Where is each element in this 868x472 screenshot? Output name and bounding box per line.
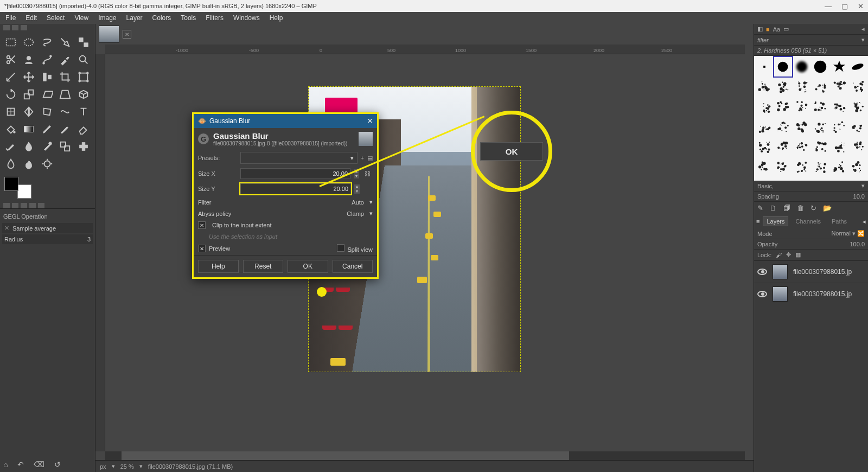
menu-tools[interactable]: Tools — [181, 14, 196, 22]
presets-dropdown[interactable]: ▾ — [240, 152, 358, 164]
lock-pos-icon[interactable]: ✥ — [786, 251, 791, 258]
tool-shear[interactable] — [41, 88, 54, 101]
visibility-icon[interactable] — [757, 269, 767, 275]
brush-filter[interactable]: filter — [757, 37, 861, 43]
brush-preset[interactable]: Basic, — [757, 183, 774, 189]
tool-perspective[interactable] — [59, 88, 72, 101]
tool-rect-select[interactable] — [4, 36, 17, 49]
status-zoom[interactable]: 25 % — [120, 463, 134, 470]
tool-foreground-select[interactable] — [22, 53, 35, 66]
rp-tab-1[interactable]: ◧ — [757, 25, 763, 33]
sizey-down[interactable]: ▼ — [354, 189, 360, 194]
tool-smudge[interactable] — [22, 157, 35, 170]
tool-warp[interactable] — [59, 105, 72, 118]
menu-help[interactable]: Help — [270, 14, 283, 22]
bg-color-swatch[interactable] — [17, 184, 31, 199]
undo-icon[interactable]: ↶ — [17, 460, 24, 469]
reset-button[interactable]: Reset — [243, 260, 284, 273]
tab-channels[interactable]: Channels — [792, 216, 824, 226]
lock-pixels-icon[interactable]: 🖌 — [776, 252, 782, 258]
tool-paintbrush[interactable] — [59, 123, 72, 136]
clip-checkbox[interactable]: ✕ — [198, 221, 206, 229]
help-button[interactable]: Help — [198, 260, 239, 273]
brush-refresh-icon[interactable]: ↻ — [810, 204, 816, 212]
tab-menu-icon[interactable]: ≡ — [756, 218, 760, 225]
tool-by-color[interactable] — [77, 36, 90, 49]
lock-alpha-icon[interactable]: ▦ — [795, 251, 801, 258]
tool-ink[interactable] — [22, 140, 35, 153]
ok-button[interactable]: OK — [288, 260, 328, 273]
tool-align[interactable] — [41, 71, 54, 84]
tool-flip[interactable] — [22, 105, 35, 118]
preset-add-icon[interactable]: + — [361, 155, 364, 161]
link-icon[interactable]: ⛓ — [362, 170, 373, 177]
tool-paths[interactable] — [41, 53, 54, 66]
status-unit[interactable]: px — [100, 463, 106, 470]
tool-eraser[interactable] — [77, 123, 90, 136]
spacing-value[interactable]: 10.0 — [853, 193, 865, 200]
rp-tab-2[interactable]: ■ — [766, 26, 770, 33]
minimize-icon[interactable]: — — [825, 2, 832, 10]
tool-lasso[interactable] — [41, 36, 54, 49]
tool-mypaint[interactable] — [41, 140, 54, 153]
menu-windows[interactable]: Windows — [233, 14, 260, 22]
brush-grid[interactable] — [754, 56, 868, 181]
tool-scale[interactable] — [22, 88, 35, 101]
tool-blur[interactable] — [4, 157, 17, 170]
tool-fuzzy-select[interactable] — [59, 36, 72, 49]
layer-row-1[interactable]: file000307988015.jp — [754, 260, 868, 283]
scrollbar-horizontal[interactable] — [105, 451, 745, 460]
tool-ellipse-select[interactable] — [22, 36, 35, 49]
layer-row-2[interactable]: file000307988015.jp — [754, 283, 868, 305]
opt-radius-value[interactable]: 3 — [87, 236, 91, 243]
brush-new-icon[interactable]: 🗋 — [770, 204, 777, 212]
panel-menu-icon[interactable]: ◂ — [861, 25, 865, 33]
brush-edit-icon[interactable]: ✎ — [757, 204, 763, 212]
brush-del-icon[interactable]: 🗑 — [797, 204, 804, 212]
menu-layer[interactable]: Layer — [126, 14, 143, 22]
opacity-value[interactable]: 100.0 — [850, 241, 865, 247]
tool-scissors[interactable] — [4, 53, 17, 66]
tab-paths[interactable]: Paths — [828, 216, 851, 226]
tool-cage[interactable] — [41, 105, 54, 118]
tool-pencil[interactable] — [41, 123, 54, 136]
tool-measure[interactable] — [4, 71, 17, 84]
menu-colors[interactable]: Colors — [152, 14, 171, 22]
tool-unified-transform[interactable] — [77, 71, 90, 84]
menu-file[interactable]: File — [5, 14, 16, 22]
abyss-value[interactable]: Clamp — [347, 211, 364, 217]
filter-value[interactable]: Auto — [352, 199, 364, 206]
tool-heal[interactable] — [77, 140, 90, 153]
tool-bucket[interactable] — [4, 123, 17, 136]
tool-3d-transform[interactable] — [77, 88, 90, 101]
document-tab[interactable] — [99, 25, 119, 43]
reset-icon[interactable]: ↺ — [54, 460, 61, 469]
tool-color-picker[interactable] — [59, 53, 72, 66]
rp-tab-3[interactable]: Aa — [773, 26, 780, 33]
preset-menu-icon[interactable]: ▤ — [367, 155, 373, 162]
sizey-up[interactable]: ▲ — [354, 184, 360, 189]
sizex-input[interactable] — [240, 168, 350, 179]
visibility-icon[interactable] — [757, 291, 767, 297]
tab-close-icon[interactable]: ✕ — [123, 30, 131, 39]
menu-select[interactable]: Select — [47, 14, 65, 22]
tool-gradient[interactable] — [22, 123, 35, 136]
maximize-icon[interactable]: ▢ — [841, 2, 848, 10]
close-icon[interactable]: ✕ — [858, 2, 864, 10]
tool-crop[interactable] — [59, 71, 72, 84]
tab-layers[interactable]: Layers — [763, 216, 788, 226]
brush-open-icon[interactable]: 📂 — [823, 204, 832, 212]
cancel-button[interactable]: Cancel — [333, 260, 373, 273]
layer-name[interactable]: file000307988015.jp — [793, 268, 852, 276]
menu-filters[interactable]: Filters — [206, 14, 224, 22]
tool-dodge[interactable] — [41, 157, 54, 170]
sizex-down[interactable]: ▼ — [354, 174, 359, 178]
panel-menu-icon-2[interactable]: ◂ — [863, 218, 866, 225]
tool-airbrush[interactable] — [4, 140, 17, 153]
opt-sample-average[interactable]: Sample average — [9, 225, 91, 232]
tool-move[interactable] — [22, 71, 35, 84]
home-icon[interactable]: ⌂ — [3, 460, 8, 469]
dialog-close-icon[interactable]: ✕ — [367, 117, 373, 125]
split-checkbox[interactable] — [337, 244, 344, 252]
tool-text[interactable] — [77, 105, 90, 118]
